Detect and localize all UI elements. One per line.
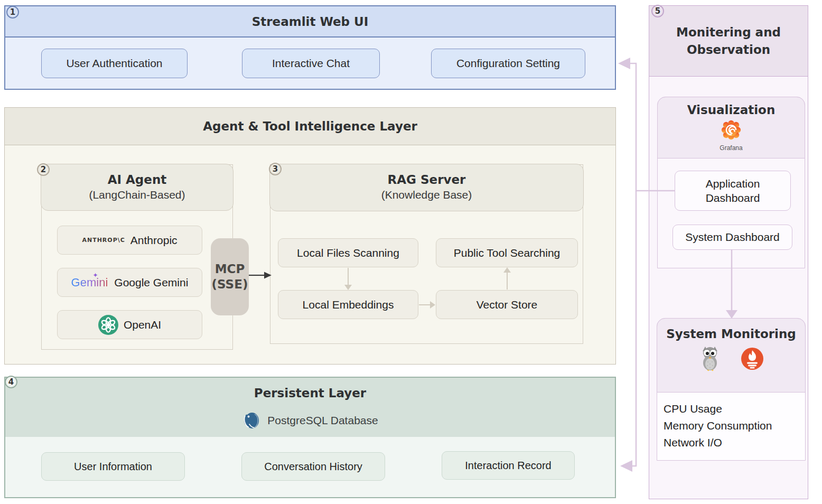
- node-openai: OpenAI: [57, 310, 202, 339]
- openai-label: OpenAI: [124, 319, 161, 331]
- postgresql-icon: [242, 411, 261, 430]
- postgresql-row: PostgreSQL Database: [4, 408, 616, 433]
- node-google-gemini: Gemini✦ Google Gemini: [57, 268, 202, 297]
- arrowhead-to-streamlit: [618, 58, 630, 69]
- system-monitoring-group-header: System Monitoring: [657, 318, 806, 393]
- ai-agent-subtitle: (LangChain-Based): [41, 188, 233, 202]
- badge-2: 2: [37, 163, 50, 176]
- postgresql-label: PostgreSQL Database: [267, 414, 378, 427]
- anthropic-wordmark-icon: ANTHROP\C: [82, 237, 125, 244]
- streamlit-layer-title: Streamlit Web UI: [4, 5, 616, 38]
- node-local-files-scanning: Local Files Scanning: [278, 238, 418, 267]
- node-interaction-record: Interaction Record: [442, 451, 575, 480]
- system-metrics-list: CPU Usage Memory Consumption Network I/O: [664, 400, 801, 451]
- rag-server-title: RAG Server: [270, 164, 583, 188]
- ai-agent-title: AI Agent: [41, 164, 233, 188]
- visualization-title: Visualization: [658, 97, 805, 117]
- node-vector-store: Vector Store: [436, 290, 578, 319]
- system-monitoring-title: System Monitoring: [657, 319, 805, 341]
- grafana-icon: [658, 118, 805, 144]
- node-public-tool-searching: Public Tool Searching: [436, 238, 578, 267]
- ai-agent-group-header: AI Agent (LangChain-Based): [41, 164, 233, 211]
- arrowhead-to-persistent: [620, 460, 632, 472]
- gemini-sparkle-icon: ✦: [92, 272, 98, 279]
- node-conversation-history: Conversation History: [241, 452, 385, 481]
- openai-icon: [98, 315, 118, 335]
- node-mcp-sse: MCP(SSE): [211, 238, 249, 315]
- rag-server-subtitle: (Knowledge Base): [270, 188, 583, 202]
- rag-server-group-header: RAG Server (Knowledge Base): [269, 164, 584, 211]
- agent-tool-layer-title: Agent & Tool Intelligence Layer: [4, 107, 616, 145]
- metric-network: Network I/O: [664, 434, 801, 451]
- node-local-embeddings: Local Embeddings: [278, 290, 418, 319]
- metric-cpu: CPU Usage: [664, 400, 801, 417]
- badge-5: 5: [651, 5, 664, 17]
- monitoring-panel-title: Monitering and Observation: [654, 5, 803, 77]
- prometheus-icon: [741, 347, 764, 370]
- badge-1: 1: [6, 6, 19, 18]
- node-anthropic: ANTHROP\C Anthropic: [57, 226, 202, 255]
- anthropic-label: Anthropic: [130, 234, 178, 247]
- glances-owl-icon: [698, 346, 722, 371]
- badge-4: 4: [5, 376, 17, 388]
- node-interactive-chat: Interactive Chat: [242, 49, 380, 78]
- gemini-wordmark-icon: Gemini✦: [71, 276, 109, 290]
- visualization-group-header: Visualization: [657, 97, 805, 158]
- node-user-authentication: User Authentication: [41, 49, 188, 78]
- metric-memory: Memory Consumption: [664, 417, 801, 434]
- grafana-caption: Grafana: [658, 144, 805, 152]
- node-application-dashboard: Application Dashboard: [675, 171, 791, 211]
- badge-3: 3: [269, 163, 282, 175]
- node-configuration-setting: Configuration Setting: [431, 49, 585, 78]
- architecture-diagram: Streamlit Web UI User Authentication Int…: [0, 0, 822, 504]
- persistent-layer-title: Persistent Layer: [4, 386, 616, 400]
- node-system-dashboard: System Dashboard: [672, 225, 792, 250]
- node-user-information: User Information: [41, 452, 185, 481]
- arrow-monitoring-to-persistent: [632, 191, 636, 466]
- gemini-label: Google Gemini: [114, 276, 188, 289]
